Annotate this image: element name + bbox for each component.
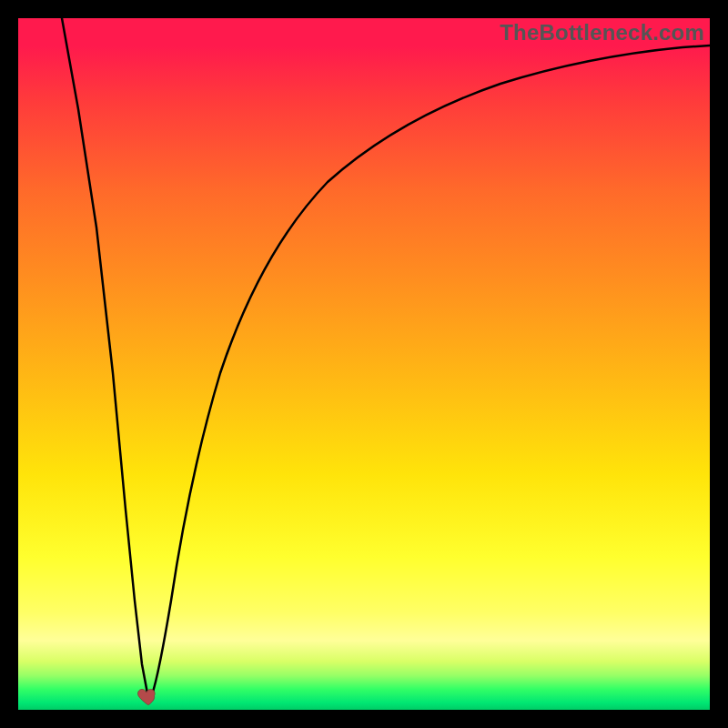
sweet-spot-marker	[136, 684, 160, 708]
watermark-text: TheBottleneck.com	[500, 20, 704, 46]
chart-frame: TheBottleneck.com	[18, 18, 710, 710]
heart-icon	[136, 684, 160, 708]
severity-gradient	[18, 18, 710, 710]
